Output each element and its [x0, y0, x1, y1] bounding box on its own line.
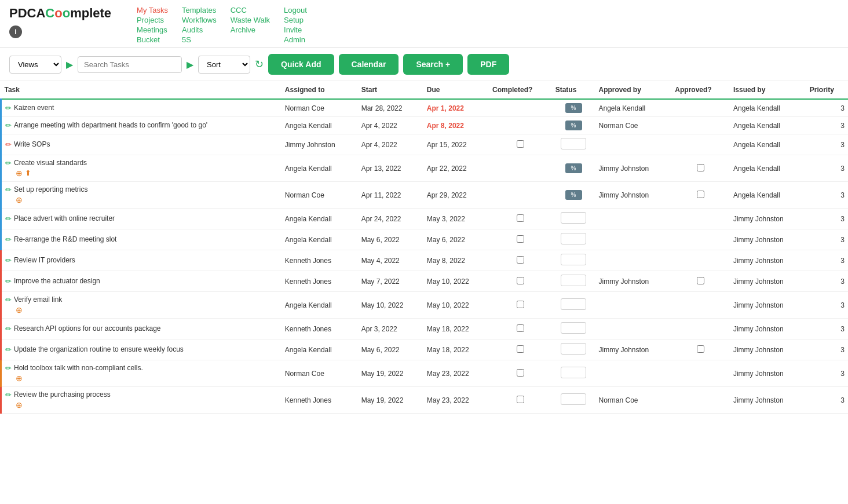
approved-by-cell: Jimmy Johnston: [595, 339, 671, 360]
calendar-button[interactable]: Calendar: [339, 54, 399, 75]
col-due: Due: [423, 81, 489, 99]
status-cell: [552, 292, 595, 319]
plus-icon[interactable]: ⊕: [16, 374, 23, 383]
completed-cell: [489, 271, 552, 292]
due-cell: May 8, 2022: [423, 250, 489, 271]
approved-checkbox[interactable]: [697, 345, 704, 353]
plus-icon[interactable]: ⊕: [16, 400, 23, 410]
refresh-icon[interactable]: ↻: [255, 58, 264, 71]
completed-checkbox[interactable]: [517, 235, 524, 243]
search-arrow[interactable]: ▶: [187, 59, 193, 70]
issued-by-cell: Jimmy Johnston: [730, 319, 806, 339]
completed-checkbox[interactable]: [517, 256, 524, 264]
completed-cell: [489, 387, 552, 414]
completed-checkbox[interactable]: [517, 324, 524, 332]
table-row: ✏Set up reporting metrics⊕Norman CoeApr …: [1, 182, 849, 209]
completed-checkbox[interactable]: [517, 277, 524, 284]
approved-by-cell: Angela Kendall: [595, 99, 671, 117]
edit-icon[interactable]: ✏: [5, 214, 12, 223]
due-cell: May 10, 2022: [423, 292, 489, 319]
approved-checkbox[interactable]: [697, 164, 704, 171]
status-badge[interactable]: %: [565, 163, 582, 173]
nav-audits[interactable]: Audits: [182, 25, 217, 34]
edit-icon[interactable]: ✏: [5, 235, 12, 244]
nav-projects[interactable]: Projects: [137, 16, 168, 24]
nav-setup[interactable]: Setup: [284, 16, 307, 24]
edit-icon[interactable]: ✏: [5, 364, 12, 372]
views-arrow[interactable]: ▶: [66, 59, 73, 70]
edit-icon[interactable]: ✏: [5, 256, 12, 265]
nav-5s[interactable]: 5S: [182, 35, 217, 44]
nav-admin[interactable]: Admin: [284, 35, 307, 44]
approved-cell: [671, 134, 730, 155]
task-cell: ✏Kaizen event: [1, 99, 282, 117]
approved-by-cell: [595, 229, 671, 250]
status-badge[interactable]: %: [565, 103, 582, 113]
edit-icon[interactable]: ✏: [5, 390, 12, 399]
nav-meetings[interactable]: Meetings: [137, 25, 168, 34]
info-icon[interactable]: i: [9, 25, 22, 38]
completed-checkbox[interactable]: [517, 369, 524, 377]
search-plus-button[interactable]: Search +: [403, 54, 463, 75]
edit-icon[interactable]: ✏: [5, 121, 12, 130]
table-row: ✏Update the organization routine to ensu…: [1, 339, 849, 360]
nav-ccc[interactable]: CCC: [231, 6, 270, 14]
status-badge[interactable]: %: [565, 120, 582, 130]
plus-icon[interactable]: ⊕: [16, 195, 23, 204]
table-row: ✏Write SOPsJimmy JohnstonApr 4, 2022Apr …: [1, 134, 849, 155]
start-cell: May 7, 2022: [358, 271, 423, 292]
status-empty: [561, 138, 586, 149]
status-badge[interactable]: %: [565, 190, 582, 200]
sort-select[interactable]: Sort: [198, 56, 250, 74]
nav-workflows[interactable]: Workflows: [182, 16, 217, 24]
edit-icon[interactable]: ✏: [5, 277, 12, 286]
nav-invite[interactable]: Invite: [284, 25, 307, 34]
completed-cell: [489, 339, 552, 360]
edit-icon[interactable]: ✏: [5, 140, 12, 149]
views-select[interactable]: Views: [9, 56, 61, 74]
approved-by-cell: Jimmy Johnston: [595, 155, 671, 182]
nav-templates[interactable]: Templates: [182, 6, 217, 14]
nav-my-tasks[interactable]: My Tasks: [137, 6, 168, 14]
priority-cell: 3: [806, 271, 848, 292]
status-cell: [552, 271, 595, 292]
start-cell: May 6, 2022: [358, 229, 423, 250]
nav-col-1: My Tasks Projects Meetings Bucket: [137, 6, 168, 44]
status-empty: [561, 254, 586, 265]
table-row: ✏Arrange meeting with department heads t…: [1, 117, 849, 134]
pdf-button[interactable]: PDF: [467, 54, 509, 75]
completed-checkbox[interactable]: [517, 301, 524, 308]
edit-icon[interactable]: ✏: [5, 324, 12, 333]
nav-bucket[interactable]: Bucket: [137, 35, 168, 44]
assigned-cell: Angela Kendall: [282, 209, 358, 229]
nav-waste-walk[interactable]: Waste Walk: [231, 16, 270, 24]
plus-icon[interactable]: ⊕: [16, 305, 23, 315]
approved-checkbox[interactable]: [697, 277, 704, 284]
quick-add-button[interactable]: Quick Add: [268, 54, 334, 75]
priority-cell: 3: [806, 209, 848, 229]
completed-checkbox[interactable]: [517, 140, 524, 148]
start-cell: Apr 4, 2022: [358, 134, 423, 155]
completed-checkbox[interactable]: [517, 214, 524, 222]
priority-cell: 3: [806, 155, 848, 182]
due-cell: May 23, 2022: [423, 360, 489, 387]
edit-icon[interactable]: ✏: [5, 295, 12, 304]
edit-icon[interactable]: ✏: [5, 159, 12, 167]
search-input[interactable]: [78, 56, 182, 73]
completed-checkbox[interactable]: [517, 396, 524, 403]
upload-icon[interactable]: ⬆: [25, 169, 31, 178]
nav-logout[interactable]: Logout: [284, 6, 307, 14]
table-row: ✏Review the purchasing process⊕Kenneth J…: [1, 387, 849, 414]
col-assigned: Assigned to: [282, 81, 358, 99]
edit-icon[interactable]: ✏: [5, 104, 12, 112]
approved-by-cell: Jimmy Johnston: [595, 182, 671, 209]
nav-archive[interactable]: Archive: [231, 25, 270, 34]
edit-icon[interactable]: ✏: [5, 345, 12, 354]
completed-cell: [489, 209, 552, 229]
plus-icon[interactable]: ⊕: [16, 169, 23, 178]
nav-col-2: Templates Workflows Audits 5S: [182, 6, 217, 44]
approved-by-cell: [595, 209, 671, 229]
completed-checkbox[interactable]: [517, 345, 524, 353]
approved-checkbox[interactable]: [697, 191, 704, 198]
edit-icon[interactable]: ✏: [5, 185, 12, 194]
